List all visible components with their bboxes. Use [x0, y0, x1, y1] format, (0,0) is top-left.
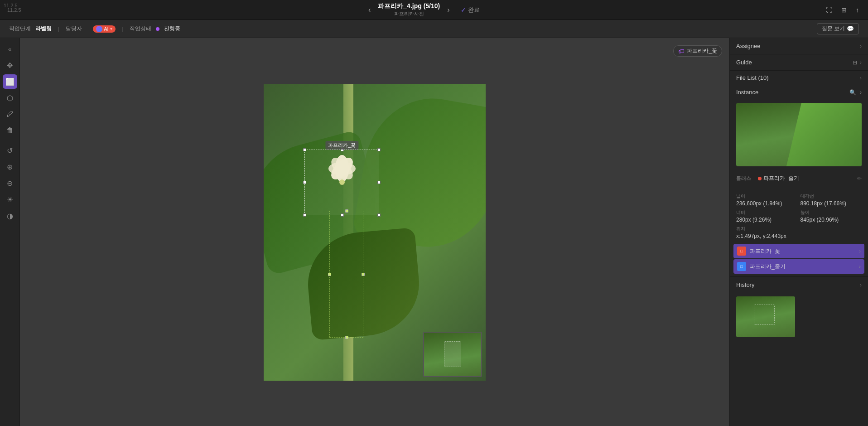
- fullscreen-button[interactable]: ⛶: [824, 5, 834, 15]
- delete-tool[interactable]: 🗑: [3, 123, 17, 138]
- stem-bbox-handle-tc[interactable]: [345, 209, 348, 213]
- polygon-tool[interactable]: ⬡: [3, 91, 17, 105]
- main-area: « ✥ ⬜ ⬡ 🖊 🗑 ↺ ⊕ ⊖ ☀ ◑ 🏷 파프리카_꽃: [0, 38, 868, 426]
- export-button[interactable]: ↑: [854, 5, 861, 15]
- metric-height: 너비 280px (9.26%): [736, 209, 798, 223]
- history-row[interactable]: History ›: [730, 277, 868, 293]
- brush-tool[interactable]: 🖊: [3, 107, 17, 121]
- collapse-button[interactable]: «: [3, 42, 17, 56]
- toolbar-right: 질문 보기 💬: [817, 23, 859, 34]
- grid-button[interactable]: ⊞: [839, 5, 849, 15]
- main-title: 파프리카_4.jpg (5/10): [378, 2, 440, 10]
- instance-arrow-icon[interactable]: ›: [860, 89, 862, 96]
- filelist-title: File List (10): [736, 74, 769, 81]
- next-button[interactable]: ›: [444, 4, 452, 16]
- metric-pos-label: 위치: [736, 226, 862, 232]
- instance-item-0[interactable]: □ 파프리카_꽃 ›: [733, 244, 864, 258]
- stem-bbox-handle-mr[interactable]: [362, 273, 365, 276]
- right-panel: Assignee › Guide ⊟ › File List (10) ›: [729, 38, 868, 426]
- bbox-handle-tr[interactable]: [377, 148, 381, 151]
- zoom-in-tool[interactable]: ⊕: [3, 160, 17, 174]
- history-thumb: [736, 296, 795, 337]
- assignee-row[interactable]: Assignee ›: [730, 38, 868, 54]
- metrics-grid: 넓이 236,600px (1.94%) 대각선 890.18px (17.66…: [730, 190, 868, 242]
- instance-item-label-1: 파프리카_줄기: [750, 263, 855, 271]
- metric-diagonal-label: 대각선: [800, 193, 862, 199]
- toolbar-left: 작업단계 라벨링 | 담당자 AI ▾ | 작업상태 진행중: [9, 25, 180, 33]
- step-label: 작업단계: [9, 25, 31, 33]
- status-label: 작업상태: [130, 25, 151, 33]
- assignee-section: Assignee ›: [730, 38, 868, 54]
- step-value: 라벨링: [35, 25, 52, 33]
- instance-list: □ 파프리카_꽃 › □ 파프리카_줄기 ›: [730, 242, 868, 276]
- flower-visual: [309, 155, 374, 210]
- qa-button[interactable]: 질문 보기 💬: [817, 23, 859, 34]
- qa-icon: 💬: [847, 25, 854, 32]
- assignee-title: Assignee: [736, 43, 760, 49]
- history-title: History: [736, 281, 754, 288]
- flower-bbox-label: 파프리카_꽃: [325, 141, 358, 150]
- canvas-image[interactable]: 파프리카_꽃: [264, 84, 486, 381]
- move-tool[interactable]: ✥: [3, 58, 17, 73]
- stem-bbox-handle-bc[interactable]: [345, 336, 348, 339]
- version-label: 11.2.5: [4, 3, 18, 8]
- ai-icon: [96, 26, 102, 32]
- guide-title: Guide: [736, 59, 752, 66]
- brightness-tool[interactable]: ☀: [3, 192, 17, 207]
- class-value-group: 파프리카_줄기: [758, 174, 854, 182]
- class-row: 클래스 파프리카_줄기 ✏: [736, 174, 862, 182]
- undo-tool[interactable]: ↺: [3, 143, 17, 158]
- assignee-label-toolbar: 담당자: [66, 25, 82, 33]
- zoom-out-tool[interactable]: ⊖: [3, 176, 17, 190]
- instance-item-arrow-0: ›: [859, 248, 861, 254]
- instance-icon-0: □: [737, 247, 746, 256]
- class-section: 클래스 파프리카_줄기 ✏: [730, 170, 868, 190]
- metric-width-label: 넓이: [736, 193, 798, 199]
- filelist-row[interactable]: File List (10) ›: [730, 71, 868, 85]
- class-edit-icon[interactable]: ✏: [857, 175, 862, 182]
- bbox-handle-tl[interactable]: [303, 148, 306, 151]
- filelist-controls: ›: [860, 75, 862, 81]
- ai-badge: AI ▾: [93, 25, 115, 33]
- stem-bbox[interactable]: [329, 211, 363, 338]
- contrast-tool[interactable]: ◑: [3, 208, 17, 223]
- stem-bbox-handle-ml[interactable]: [328, 273, 331, 276]
- instance-image: [736, 103, 862, 166]
- class-label: 클래스: [736, 175, 754, 182]
- status-dot-icon: [156, 27, 159, 31]
- guide-arrow-icon: ›: [860, 59, 862, 66]
- bbox-handle-bl[interactable]: [303, 213, 306, 217]
- class-dot-icon: [758, 177, 762, 180]
- topbar: 11.2.5 ‹ 파프리카_4.jpg (5/10) 파프리카사진 › ✓ 완료…: [0, 0, 868, 20]
- ai-label: AI: [104, 26, 108, 32]
- complete-btn[interactable]: ✓ 완료: [461, 6, 480, 14]
- history-thumb-bbox: [754, 305, 775, 325]
- instance-icon-1: □: [737, 262, 746, 271]
- prev-button[interactable]: ‹: [366, 4, 373, 16]
- instance-preview: [730, 99, 868, 170]
- instance-title: Instance: [736, 89, 758, 96]
- bbox-handle-ml[interactable]: [303, 181, 306, 184]
- corner-thumb-visual: [424, 333, 481, 376]
- corner-thumbnail: [423, 332, 482, 377]
- metric-imgheight-value: 845px (20.96%): [800, 217, 862, 223]
- canvas-area[interactable]: 🏷 파프리카_꽃 파프리카_꽃: [20, 38, 729, 426]
- bbox-handle-br[interactable]: [377, 213, 381, 217]
- complete-check-icon: ✓: [461, 6, 466, 14]
- chip-label: 파프리카_꽃: [687, 47, 717, 55]
- metric-diagonal-value: 890.18px (17.66%): [800, 200, 862, 207]
- flower-bbox[interactable]: 파프리카_꽃: [304, 150, 379, 215]
- guide-filter-icon[interactable]: ⊟: [853, 59, 857, 66]
- guide-row[interactable]: Guide ⊟ ›: [730, 54, 868, 70]
- left-sidebar: « ✥ ⬜ ⬡ 🖊 🗑 ↺ ⊕ ⊖ ☀ ◑: [0, 38, 20, 426]
- toolbar: 작업단계 라벨링 | 담당자 AI ▾ | 작업상태 진행중 질문 보기 💬: [0, 20, 868, 38]
- metric-imgheight: 높이 845px (20.96%): [800, 209, 862, 223]
- bbox-handle-mr[interactable]: [377, 181, 381, 184]
- instance-item-1[interactable]: □ 파프리카_줄기 ›: [733, 259, 864, 274]
- qa-label: 질문 보기: [822, 25, 845, 33]
- history-thumb-bg: [736, 296, 795, 337]
- instance-row: Instance 🔍 ›: [730, 85, 868, 99]
- assignee-arrow-icon: ›: [860, 43, 862, 49]
- instance-search-icon[interactable]: 🔍: [849, 89, 856, 96]
- bbox-tool[interactable]: ⬜: [3, 74, 17, 89]
